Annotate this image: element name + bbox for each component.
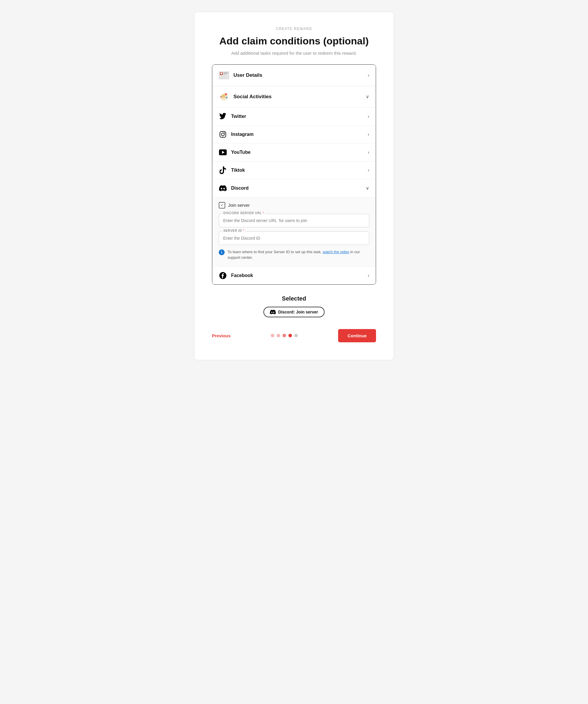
tiktok-chevron: › (368, 168, 369, 173)
tiktok-icon (219, 166, 227, 174)
discord-item[interactable]: Discord ∨ (212, 179, 376, 197)
youtube-label: YouTube (231, 150, 250, 155)
join-server-checkbox[interactable] (219, 202, 225, 209)
pagination-dots (271, 334, 298, 337)
continue-button[interactable]: Continue (338, 329, 376, 342)
discord-label: Discord (231, 186, 249, 191)
twitter-item[interactable]: Twitter › (212, 107, 376, 125)
discord-url-input[interactable] (219, 214, 369, 227)
page-container: CREATE REWARD Add claim conditions (opti… (194, 12, 394, 360)
selected-title: Selected (212, 295, 376, 302)
svg-rect-6 (220, 77, 226, 78)
youtube-icon (219, 148, 227, 157)
step-label: CREATE REWARD (212, 27, 376, 31)
discord-server-id-input[interactable] (219, 231, 369, 245)
svg-rect-11 (220, 131, 226, 137)
user-details-chevron: › (368, 73, 369, 78)
page-title: Add claim conditions (optional) (212, 35, 376, 47)
discord-icon (219, 184, 227, 192)
discord-url-label: DISCORD SERVER URL * (222, 212, 266, 215)
discord-server-id-label: SERVER ID * (222, 229, 245, 232)
facebook-label: Facebook (231, 273, 253, 278)
selected-badge-discord-icon (270, 310, 276, 314)
dot-2 (277, 334, 280, 337)
svg-rect-8 (220, 96, 222, 98)
user-details-icon (219, 70, 229, 80)
svg-point-12 (221, 133, 224, 136)
social-activities-icon (219, 92, 229, 102)
facebook-chevron: › (368, 273, 369, 278)
instagram-label: Instagram (231, 132, 253, 137)
discord-info-row: i To learn where to find your Server ID … (219, 249, 369, 260)
social-activities-chevron: ∨ (366, 94, 369, 99)
svg-rect-3 (224, 73, 228, 73)
conditions-card: User Details › (212, 64, 376, 285)
twitter-icon (219, 112, 227, 121)
discord-expanded-content: Join server DISCORD SERVER URL * SERVER … (212, 197, 376, 267)
facebook-item[interactable]: Facebook › (212, 267, 376, 284)
previous-button[interactable]: Previous (212, 333, 231, 338)
tiktok-label: Tiktok (231, 168, 245, 173)
svg-point-2 (221, 73, 222, 74)
svg-point-10 (226, 97, 228, 99)
tiktok-item[interactable]: Tiktok › (212, 161, 376, 179)
watch-video-link[interactable]: watch the video (323, 250, 349, 254)
svg-rect-5 (220, 76, 228, 76)
discord-chevron: ∨ (366, 185, 369, 191)
selected-badge: Discord: Join server (263, 307, 324, 317)
user-details-header[interactable]: User Details › (212, 65, 376, 86)
user-details-label: User Details (233, 72, 262, 78)
discord-info-text: To learn where to find your Server ID to… (228, 249, 369, 260)
discord-server-id-field: SERVER ID * (219, 231, 369, 245)
join-server-row: Join server (219, 202, 369, 209)
dot-5 (294, 334, 298, 337)
twitter-chevron: › (368, 114, 369, 119)
selected-section: Selected Discord: Join server (212, 295, 376, 317)
dot-3 (283, 334, 286, 337)
svg-point-13 (224, 132, 225, 133)
social-activities-header[interactable]: Social Activities ∨ (212, 86, 376, 107)
discord-url-field: DISCORD SERVER URL * (219, 214, 369, 227)
selected-badge-text: Discord: Join server (278, 310, 318, 314)
dot-4 (288, 334, 292, 337)
join-server-label: Join server (228, 202, 250, 208)
facebook-icon (219, 272, 227, 280)
user-details-section: User Details › (212, 65, 376, 86)
instagram-item[interactable]: Instagram › (212, 125, 376, 143)
instagram-icon (219, 130, 227, 138)
youtube-item[interactable]: YouTube › (212, 143, 376, 161)
youtube-chevron: › (368, 150, 369, 155)
twitter-label: Twitter (231, 114, 246, 119)
footer: Previous Continue (212, 329, 376, 342)
svg-point-9 (225, 93, 227, 95)
page-subtitle: Add additional tasks required for the us… (212, 51, 376, 56)
info-icon: i (219, 249, 225, 255)
svg-rect-4 (224, 74, 226, 75)
social-activities-section: Social Activities ∨ Twitter › (212, 86, 376, 284)
dot-1 (271, 334, 274, 337)
social-activities-label: Social Activities (233, 94, 272, 100)
instagram-chevron: › (368, 132, 369, 137)
